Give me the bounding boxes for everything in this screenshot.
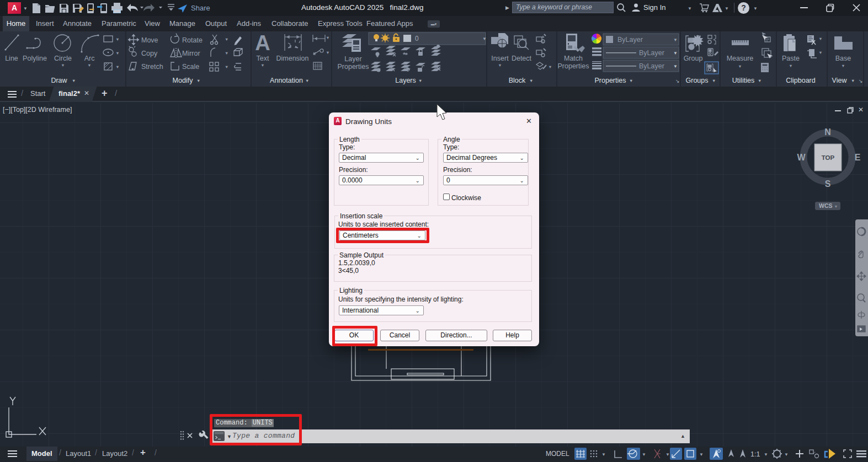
svg-text:1:1: 1:1 [750, 450, 760, 458]
svg-text:▼: ▼ [418, 78, 422, 83]
svg-text:Measure: Measure [727, 55, 754, 62]
svg-text:▼: ▼ [784, 452, 789, 457]
svg-text:ByLayer: ByLayer [639, 62, 664, 70]
svg-text:▼: ▼ [72, 78, 76, 83]
svg-text:Stretch: Stretch [141, 63, 163, 71]
svg-text:▼: ▼ [87, 63, 91, 68]
svg-text:▼: ▼ [601, 452, 606, 457]
svg-text:ByLayer: ByLayer [639, 49, 664, 57]
svg-text:Properties: Properties [338, 63, 369, 71]
svg-text:▼: ▼ [115, 37, 119, 42]
svg-text:▼: ▼ [326, 50, 329, 55]
svg-text:Mirror: Mirror [182, 50, 200, 57]
svg-text:▼: ▼ [673, 64, 678, 69]
svg-text:Modify: Modify [173, 77, 194, 84]
svg-text:▼: ▼ [712, 78, 716, 83]
svg-text:View: View [832, 77, 848, 84]
svg-text:▼: ▼ [673, 51, 678, 56]
svg-text:N: N [824, 127, 831, 137]
svg-text:Layer: Layer [344, 55, 361, 63]
svg-text:Circle: Circle [54, 55, 72, 62]
svg-text:▼: ▼ [225, 51, 228, 56]
svg-text:Base: Base [835, 55, 851, 62]
svg-text:Draw: Draw [51, 77, 67, 84]
svg-text:▼: ▼ [673, 37, 678, 42]
svg-text:ByLayer: ByLayer [617, 36, 643, 44]
svg-text:▼: ▼ [548, 65, 552, 69]
svg-text:Clipboard: Clipboard [786, 77, 816, 84]
svg-text:Share: Share [191, 4, 210, 12]
svg-text:▼: ▼ [529, 78, 533, 83]
svg-text:Properties: Properties [595, 77, 626, 84]
svg-text:▼: ▼ [225, 37, 228, 42]
svg-text:Group: Group [684, 55, 703, 62]
svg-text:▼: ▼ [482, 36, 487, 41]
svg-text:↘: ↘ [859, 78, 863, 84]
svg-text:▼: ▼ [789, 63, 792, 68]
svg-text:Insert: Insert [491, 55, 509, 62]
svg-text:▼: ▼ [225, 65, 228, 69]
svg-text:▼: ▼ [642, 452, 646, 457]
svg-text:Paste: Paste [782, 55, 800, 62]
svg-text:Text: Text [257, 55, 269, 62]
svg-text:Scale: Scale [182, 63, 199, 71]
svg-text:↘: ↘ [675, 78, 680, 84]
svg-text:Dimension: Dimension [276, 55, 308, 62]
svg-text:▼: ▼ [115, 65, 119, 69]
svg-text:▼: ▼ [498, 63, 502, 68]
svg-text:▼: ▼ [818, 50, 822, 55]
svg-text:▼: ▼ [260, 63, 264, 68]
svg-text:Polyline: Polyline [23, 55, 47, 62]
svg-text:Layers: Layers [395, 77, 416, 84]
svg-text:Match: Match [564, 55, 583, 62]
svg-text:0: 0 [415, 35, 419, 42]
svg-text:▼: ▼ [841, 63, 845, 68]
svg-text:W: W [797, 153, 806, 162]
svg-text:Annotation: Annotation [270, 77, 303, 84]
svg-text:Arc: Arc [84, 55, 95, 62]
svg-text:Copy: Copy [141, 50, 158, 57]
svg-text:▼: ▼ [758, 78, 762, 83]
svg-text:▼: ▼ [851, 78, 855, 83]
svg-text:Block: Block [509, 77, 526, 84]
svg-text:▼: ▼ [764, 452, 768, 457]
svg-text:▼: ▼ [738, 64, 742, 69]
svg-text:▼: ▼ [665, 452, 670, 457]
svg-text:Properties: Properties [558, 62, 589, 70]
svg-text:▼: ▼ [629, 78, 633, 83]
svg-text:Line: Line [5, 55, 18, 62]
svg-text:Utilities: Utilities [732, 77, 754, 84]
svg-text:TOP: TOP [822, 154, 835, 161]
svg-text:Detect: Detect [512, 55, 532, 62]
svg-text:▼: ▼ [305, 78, 309, 83]
svg-text:E: E [855, 153, 861, 162]
svg-text:▼: ▼ [196, 78, 200, 83]
svg-text:▼: ▼ [61, 63, 65, 68]
svg-text:▼: ▼ [115, 51, 119, 56]
svg-text:Move: Move [141, 36, 158, 44]
svg-text:▼: ▼ [326, 35, 329, 40]
svg-text:Rotate: Rotate [182, 36, 203, 44]
svg-text:A: A [255, 31, 270, 55]
svg-text:S: S [825, 179, 831, 189]
svg-text:▼: ▼ [818, 36, 822, 41]
svg-text:▼: ▼ [699, 452, 704, 457]
svg-text:Groups: Groups [686, 77, 709, 84]
